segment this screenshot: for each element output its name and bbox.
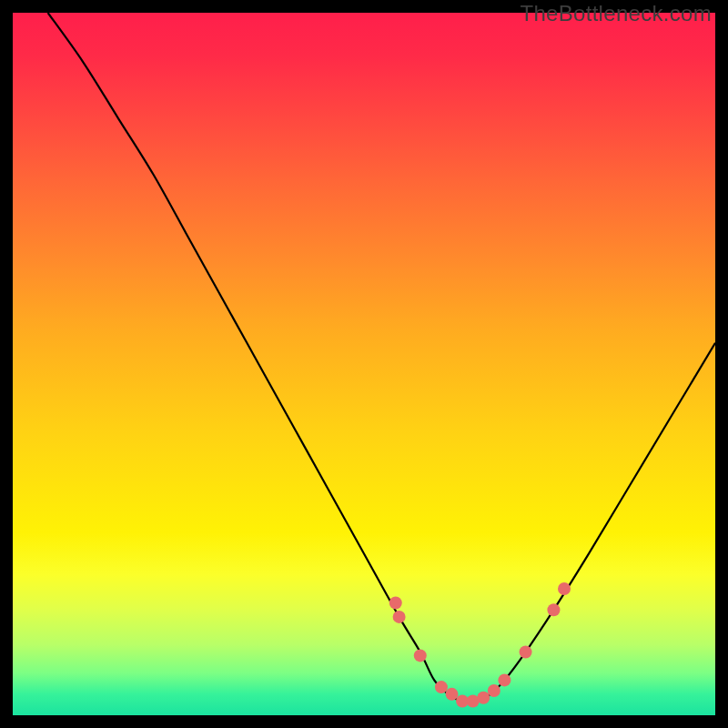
marker-dot xyxy=(488,684,500,697)
marker-dot xyxy=(520,646,532,659)
marker-dot xyxy=(547,603,560,616)
marker-dot xyxy=(414,649,427,662)
marker-dot xyxy=(389,596,402,609)
marker-dot xyxy=(446,688,459,701)
watermark-text: TheBottleneck.com xyxy=(520,1,712,26)
marker-dot xyxy=(498,673,511,686)
marker-dot xyxy=(477,692,490,704)
plot-area xyxy=(13,13,715,715)
marker-dot xyxy=(558,582,571,595)
marker-dot xyxy=(393,611,406,623)
chart-svg xyxy=(13,13,715,715)
marker-dot xyxy=(435,681,448,693)
curve-line xyxy=(48,13,715,703)
